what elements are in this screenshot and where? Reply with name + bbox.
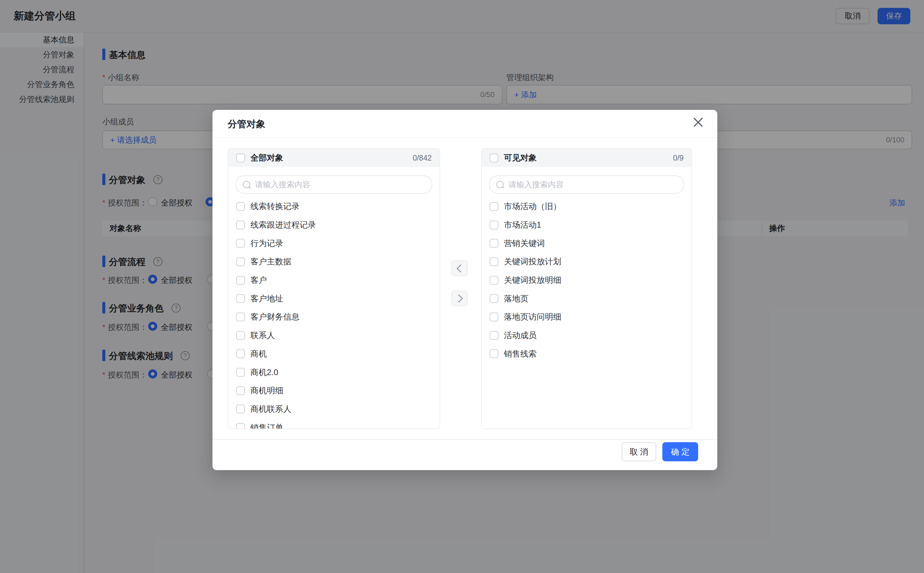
- list-item[interactable]: 线索转换记录: [228, 197, 440, 216]
- list-item[interactable]: 市场活动（旧）: [482, 197, 691, 216]
- item-label: 销售线索: [504, 348, 537, 359]
- item-label: 活动成员: [504, 330, 537, 341]
- item-label: 商机2.0: [251, 367, 278, 378]
- item-checkbox[interactable]: [236, 331, 245, 340]
- item-checkbox[interactable]: [236, 294, 245, 303]
- target-panel-count: 0/9: [673, 153, 684, 162]
- dialog-ok-button[interactable]: 确 定: [662, 442, 698, 461]
- item-label: 商机联系人: [251, 404, 291, 415]
- list-item[interactable]: 客户主数据: [228, 252, 440, 271]
- target-list: 市场活动（旧） 市场活动1 营销关键词 关键词投放计划: [482, 197, 691, 363]
- dialog-cancel-button[interactable]: 取 消: [622, 442, 656, 461]
- item-label: 市场活动（旧）: [504, 201, 561, 212]
- list-item[interactable]: 客户财务信息: [228, 308, 440, 326]
- move-left-button[interactable]: [451, 260, 468, 276]
- item-checkbox[interactable]: [490, 257, 498, 266]
- list-item[interactable]: 关键词投放明细: [482, 271, 691, 290]
- item-checkbox[interactable]: [236, 257, 245, 266]
- dialog-header-divider: [213, 137, 717, 138]
- target-search-box: [489, 175, 684, 194]
- list-item[interactable]: 关键词投放计划: [482, 252, 691, 271]
- item-label: 市场活动1: [504, 219, 541, 230]
- target-panel: 可见对象 0/9 市场活动（旧） 市场活动1: [481, 148, 692, 429]
- item-checkbox[interactable]: [490, 202, 498, 211]
- item-checkbox[interactable]: [236, 405, 245, 413]
- item-checkbox[interactable]: [490, 294, 498, 303]
- list-item[interactable]: 销售订单: [228, 418, 440, 429]
- select-all-target-checkbox[interactable]: [490, 153, 498, 162]
- item-label: 客户主数据: [251, 256, 291, 267]
- move-right-button[interactable]: [451, 290, 468, 306]
- list-item[interactable]: 活动成员: [482, 326, 691, 345]
- search-icon: [496, 181, 504, 188]
- list-item[interactable]: 商机明细: [228, 382, 440, 400]
- dialog-title: 分管对象: [228, 118, 265, 130]
- source-panel: 全部对象 0/842 线索转换记录 线索跟进过程记录: [228, 148, 440, 429]
- item-checkbox[interactable]: [236, 221, 245, 229]
- item-label: 客户: [251, 275, 267, 286]
- list-item[interactable]: 客户: [228, 271, 440, 290]
- page: 新建分管小组 取消 保存 基本信息 分管对象 分管流程 分管业务角色 分管线索池…: [0, 0, 924, 573]
- dialog-footer-divider: [213, 439, 717, 440]
- search-icon: [243, 181, 250, 188]
- item-checkbox[interactable]: [236, 386, 245, 395]
- list-item[interactable]: 行为记录: [228, 234, 440, 252]
- select-all-source-checkbox[interactable]: [236, 153, 245, 162]
- item-label: 商机明细: [251, 385, 283, 396]
- item-label: 关键词投放明细: [504, 275, 561, 286]
- item-checkbox[interactable]: [236, 423, 245, 429]
- item-checkbox[interactable]: [236, 349, 245, 358]
- item-checkbox[interactable]: [490, 239, 498, 247]
- item-checkbox[interactable]: [490, 349, 498, 358]
- source-panel-header: 全部对象 0/842: [228, 149, 440, 167]
- item-checkbox[interactable]: [236, 276, 245, 285]
- item-label: 落地页访问明细: [504, 312, 561, 322]
- list-item[interactable]: 商机: [228, 345, 440, 363]
- list-item[interactable]: 营销关键词: [482, 234, 691, 252]
- list-item[interactable]: 商机联系人: [228, 400, 440, 418]
- item-label: 联系人: [251, 330, 275, 341]
- list-item[interactable]: 联系人: [228, 326, 440, 345]
- item-checkbox[interactable]: [236, 239, 245, 247]
- chevron-right-icon: [455, 294, 463, 302]
- chevron-left-icon: [457, 265, 465, 272]
- item-checkbox[interactable]: [490, 331, 498, 340]
- item-label: 客户财务信息: [251, 312, 300, 322]
- close-icon[interactable]: [693, 117, 703, 127]
- list-item[interactable]: 线索跟进过程记录: [228, 216, 440, 234]
- target-panel-header: 可见对象 0/9: [482, 149, 691, 167]
- target-search-input[interactable]: [508, 180, 681, 190]
- item-checkbox[interactable]: [490, 221, 498, 229]
- list-item[interactable]: 落地页: [482, 289, 691, 308]
- item-label: 关键词投放计划: [504, 256, 561, 267]
- list-item[interactable]: 销售线索: [482, 345, 691, 363]
- source-panel-title: 全部对象: [251, 152, 283, 163]
- item-label: 落地页: [504, 293, 528, 304]
- source-search-box: [236, 175, 432, 194]
- item-label: 行为记录: [251, 238, 283, 249]
- item-label: 客户地址: [251, 293, 283, 304]
- item-label: 营销关键词: [504, 238, 545, 249]
- item-label: 商机: [251, 348, 267, 359]
- item-label: 线索跟进过程记录: [251, 219, 316, 230]
- target-panel-title: 可见对象: [504, 152, 537, 163]
- source-panel-count: 0/842: [412, 153, 432, 162]
- transfer-dialog: 分管对象 全部对象 0/842 线索转换记录: [213, 110, 717, 470]
- item-checkbox[interactable]: [490, 276, 498, 285]
- source-search-input[interactable]: [254, 180, 429, 190]
- list-item[interactable]: 商机2.0: [228, 363, 440, 382]
- item-checkbox[interactable]: [490, 313, 498, 321]
- list-item[interactable]: 客户地址: [228, 289, 440, 308]
- source-list: 线索转换记录 线索跟进过程记录 行为记录 客户主数据: [228, 197, 440, 429]
- list-item[interactable]: 落地页访问明细: [482, 308, 691, 326]
- item-checkbox[interactable]: [236, 368, 245, 377]
- item-label: 销售订单: [251, 422, 283, 429]
- item-checkbox[interactable]: [236, 313, 245, 321]
- item-checkbox[interactable]: [236, 202, 245, 211]
- list-item[interactable]: 市场活动1: [482, 216, 691, 234]
- item-label: 线索转换记录: [251, 201, 300, 212]
